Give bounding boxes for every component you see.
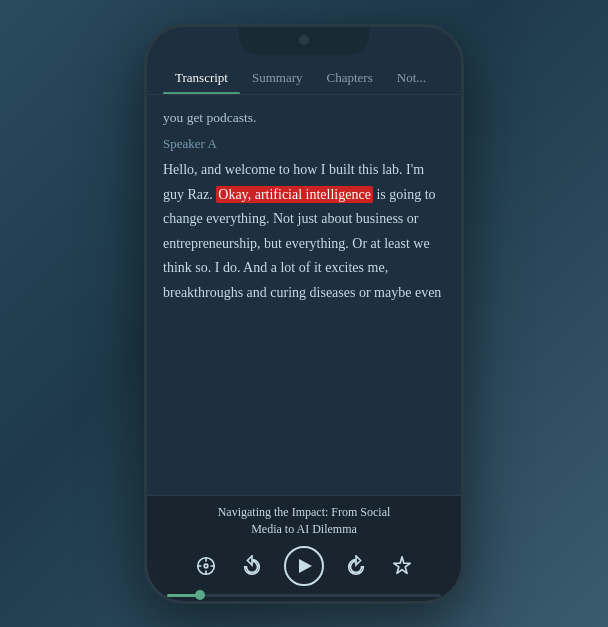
intro-text: you get podcasts.: [163, 107, 445, 129]
progress-thumb: [195, 590, 205, 600]
progress-bar[interactable]: [167, 594, 441, 597]
content-area: you get podcasts. Speaker A Hello, and w…: [147, 95, 461, 495]
content-fade: [147, 455, 461, 495]
rewind-icon: [241, 555, 263, 577]
compass-icon: [195, 555, 217, 577]
player-bar: Navigating the Impact: From Social Media…: [147, 495, 461, 601]
player-title-line1: Navigating the Impact: From Social: [163, 504, 445, 521]
play-icon: [299, 559, 312, 573]
forward-button[interactable]: [342, 552, 370, 580]
phone-frame: Transcript Summary Chapters Not... you g…: [144, 24, 464, 604]
screen: Transcript Summary Chapters Not... you g…: [147, 27, 461, 601]
tab-summary[interactable]: Summary: [240, 62, 315, 94]
tab-bar: Transcript Summary Chapters Not...: [147, 62, 461, 95]
sparkle-button[interactable]: [388, 552, 416, 580]
rewind-button[interactable]: [238, 552, 266, 580]
transcript-after: is going to change everything. Not just …: [163, 187, 441, 300]
tab-notes[interactable]: Not...: [385, 62, 438, 94]
camera: [299, 35, 309, 45]
player-title: Navigating the Impact: From Social Media…: [163, 504, 445, 538]
transcript-body: Hello, and welcome to how I built this l…: [163, 158, 445, 305]
notch: [239, 27, 369, 55]
tab-transcript[interactable]: Transcript: [163, 62, 240, 94]
sparkle-icon: [391, 555, 413, 577]
player-controls: [163, 546, 445, 586]
highlight-text: Okay, artificial intelligence: [216, 186, 373, 203]
tab-chapters[interactable]: Chapters: [315, 62, 385, 94]
speaker-label: Speaker A: [163, 136, 445, 152]
forward-icon: [345, 555, 367, 577]
play-button[interactable]: [284, 546, 324, 586]
svg-point-1: [204, 564, 208, 568]
player-title-line2: Media to AI Dilemma: [163, 521, 445, 538]
compass-button[interactable]: [192, 552, 220, 580]
